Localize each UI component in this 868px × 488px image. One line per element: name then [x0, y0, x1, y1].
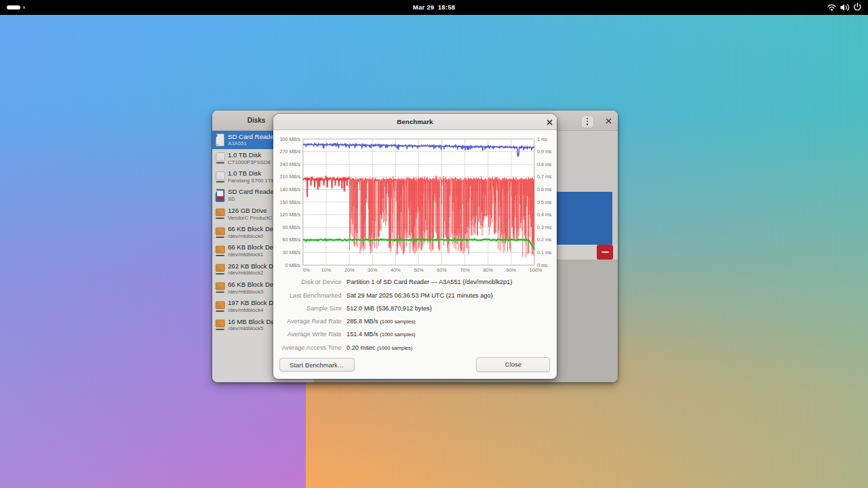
svg-text:0.6 ms: 0.6 ms	[536, 186, 551, 192]
svg-text:90%: 90%	[506, 267, 516, 273]
svg-text:10%: 10%	[321, 267, 331, 273]
svg-text:0.7 ms: 0.7 ms	[536, 174, 551, 180]
svg-text:80%: 80%	[483, 267, 493, 273]
svg-text:1 ms: 1 ms	[536, 136, 547, 142]
svg-text:120 MB/s: 120 MB/s	[279, 211, 300, 218]
svg-text:30%: 30%	[368, 267, 378, 273]
svg-text:0.5 ms: 0.5 ms	[536, 199, 551, 205]
svg-text:180 MB/s: 180 MB/s	[279, 186, 300, 192]
svg-text:30 MB/s: 30 MB/s	[282, 249, 300, 256]
svg-text:300 MB/s: 300 MB/s	[279, 136, 300, 142]
svg-text:40%: 40%	[391, 267, 401, 273]
svg-text:60 MB/s: 60 MB/s	[282, 237, 300, 243]
svg-text:0.2 ms: 0.2 ms	[536, 237, 551, 243]
svg-text:0 MB/s: 0 MB/s	[285, 262, 300, 268]
svg-text:20%: 20%	[344, 267, 354, 273]
svg-text:0%: 0%	[302, 267, 310, 273]
svg-text:0.9 ms: 0.9 ms	[536, 148, 551, 155]
svg-text:0.4 ms: 0.4 ms	[536, 211, 551, 218]
svg-text:60%: 60%	[437, 267, 447, 273]
svg-text:0.3 ms: 0.3 ms	[536, 224, 551, 230]
svg-text:150 MB/s: 150 MB/s	[279, 199, 300, 205]
svg-text:0.1 ms: 0.1 ms	[536, 249, 551, 256]
svg-text:70%: 70%	[460, 267, 470, 273]
svg-text:240 MB/s: 240 MB/s	[279, 161, 300, 167]
svg-text:0.8 ms: 0.8 ms	[536, 161, 551, 167]
svg-text:90 MB/s: 90 MB/s	[282, 224, 300, 230]
svg-text:270 MB/s: 270 MB/s	[279, 148, 300, 155]
svg-text:210 MB/s: 210 MB/s	[279, 174, 300, 180]
svg-text:100%: 100%	[529, 267, 542, 273]
svg-text:50%: 50%	[414, 267, 424, 273]
